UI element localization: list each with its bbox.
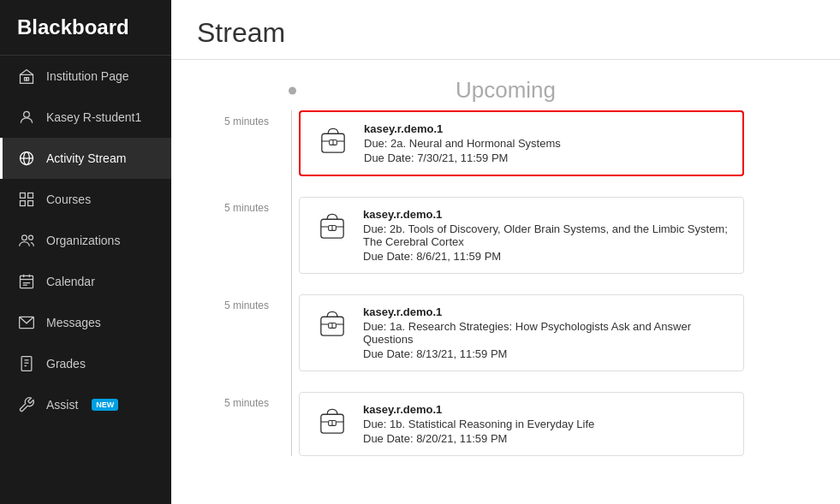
assignment-icon: [313, 403, 351, 441]
building-icon: [17, 67, 36, 86]
sidebar-item-assist[interactable]: Assist NEW: [0, 384, 171, 425]
sidebar-item-grades[interactable]: Grades: [0, 343, 171, 384]
sidebar-item-courses[interactable]: Courses: [0, 179, 171, 220]
card-username: kasey.r.demo.1: [363, 403, 594, 416]
calendar-icon: [17, 272, 36, 291]
card-date: Due Date: 8/20/21, 11:59 PM: [363, 432, 594, 445]
page-title: Stream: [197, 17, 814, 49]
page-header: Stream: [171, 0, 840, 60]
brand-logo: Blackboard: [0, 0, 171, 56]
mail-icon: [17, 313, 36, 332]
grades-icon: [17, 354, 36, 373]
stream-card[interactable]: kasey.r.demo.1 Due: 1a. Research Strateg…: [299, 294, 744, 371]
stream-card[interactable]: kasey.r.demo.1 Due: 2a. Neural and Hormo…: [299, 110, 744, 176]
card-due: Due: 2a. Neural and Hormonal Systems: [364, 137, 561, 150]
main-content: Stream Upcoming 5 minutes: [171, 0, 840, 504]
sidebar-item-institution-page[interactable]: Institution Page: [0, 56, 171, 97]
sidebar-item-assist-label: Assist: [46, 398, 78, 412]
card-date: Due Date: 8/13/21, 11:59 PM: [363, 347, 730, 360]
sidebar: Blackboard Institution Page Kasey R-stud…: [0, 0, 171, 504]
sidebar-item-user-label: Kasey R-student1: [46, 110, 141, 124]
timeline-item[interactable]: 5 minutes kasey.r.demo.1 Due: 2b. Tools …: [197, 197, 814, 274]
card-username: kasey.r.demo.1: [364, 122, 561, 135]
sidebar-item-courses-label: Courses: [46, 193, 91, 206]
card-due: Due: 1b. Statistical Reasoning in Everyd…: [363, 418, 594, 430]
svg-rect-8: [28, 193, 33, 199]
globe-icon: [17, 149, 36, 168]
svg-point-3: [24, 111, 30, 117]
sidebar-item-user[interactable]: Kasey R-student1: [0, 97, 171, 138]
svg-rect-10: [28, 201, 33, 206]
timeline-item[interactable]: 5 minutes kasey.r.demo.1 Due: 1b. Statis…: [197, 392, 814, 456]
svg-rect-20: [21, 357, 32, 371]
svg-rect-2: [27, 78, 29, 80]
assignment-icon: [313, 305, 351, 343]
svg-rect-7: [21, 193, 26, 199]
card-date: Due Date: 7/30/21, 11:59 PM: [364, 151, 561, 164]
card-text: kasey.r.demo.1 Due: 2b. Tools of Discove…: [363, 208, 730, 263]
user-icon: [17, 108, 36, 127]
assignment-icon: [314, 122, 352, 160]
timeline-item[interactable]: 5 minutes kasey.r.demo.1 Due: 1a. Resear…: [197, 294, 814, 371]
card-text: kasey.r.demo.1 Due: 1a. Research Strateg…: [363, 305, 730, 360]
timeline-time: 5 minutes: [197, 294, 283, 311]
timeline-item[interactable]: 5 minutes kasey.r.demo.1 Due: 2a. Neural…: [197, 110, 814, 176]
timeline-time: 5 minutes: [197, 197, 283, 214]
sidebar-item-activity-stream-label: Activity Stream: [46, 151, 126, 165]
sidebar-item-organizations-label: Organizations: [46, 234, 120, 247]
sidebar-item-messages[interactable]: Messages: [0, 302, 171, 343]
timeline-time: 5 minutes: [197, 392, 283, 409]
svg-point-12: [29, 235, 33, 240]
assist-new-badge: NEW: [92, 399, 118, 411]
assignment-icon: [313, 208, 351, 246]
card-due: Due: 1a. Research Strategies: How Psycho…: [363, 320, 730, 346]
sidebar-item-grades-label: Grades: [46, 357, 86, 371]
grid-icon: [17, 190, 36, 209]
sidebar-item-messages-label: Messages: [46, 316, 101, 329]
stream-card[interactable]: kasey.r.demo.1 Due: 2b. Tools of Discove…: [299, 197, 744, 274]
users-icon: [17, 231, 36, 250]
stream-content: Upcoming 5 minutes kasey.r.demo.1: [171, 60, 840, 504]
card-username: kasey.r.demo.1: [363, 305, 730, 318]
svg-point-11: [22, 235, 27, 240]
sidebar-item-calendar-label: Calendar: [46, 275, 95, 288]
card-text: kasey.r.demo.1 Due: 1b. Statistical Reas…: [363, 403, 594, 445]
timeline-top-dot: [289, 86, 296, 94]
card-text: kasey.r.demo.1 Due: 2a. Neural and Hormo…: [364, 122, 561, 164]
sidebar-item-institution-page-label: Institution Page: [46, 69, 129, 83]
wrench-icon: [17, 395, 36, 414]
svg-rect-13: [21, 276, 33, 288]
sidebar-item-organizations[interactable]: Organizations: [0, 220, 171, 261]
stream-timeline: 5 minutes kasey.r.demo.1 Due: 2a. Neural…: [197, 110, 814, 456]
timeline-time: 5 minutes: [197, 110, 283, 127]
sidebar-item-calendar[interactable]: Calendar: [0, 261, 171, 302]
sidebar-item-activity-stream[interactable]: Activity Stream: [0, 138, 171, 179]
card-date: Due Date: 8/6/21, 11:59 PM: [363, 250, 730, 263]
svg-rect-9: [21, 201, 26, 206]
card-username: kasey.r.demo.1: [363, 208, 730, 221]
card-due: Due: 2b. Tools of Discovery, Older Brain…: [363, 222, 730, 248]
stream-card[interactable]: kasey.r.demo.1 Due: 1b. Statistical Reas…: [299, 392, 744, 456]
